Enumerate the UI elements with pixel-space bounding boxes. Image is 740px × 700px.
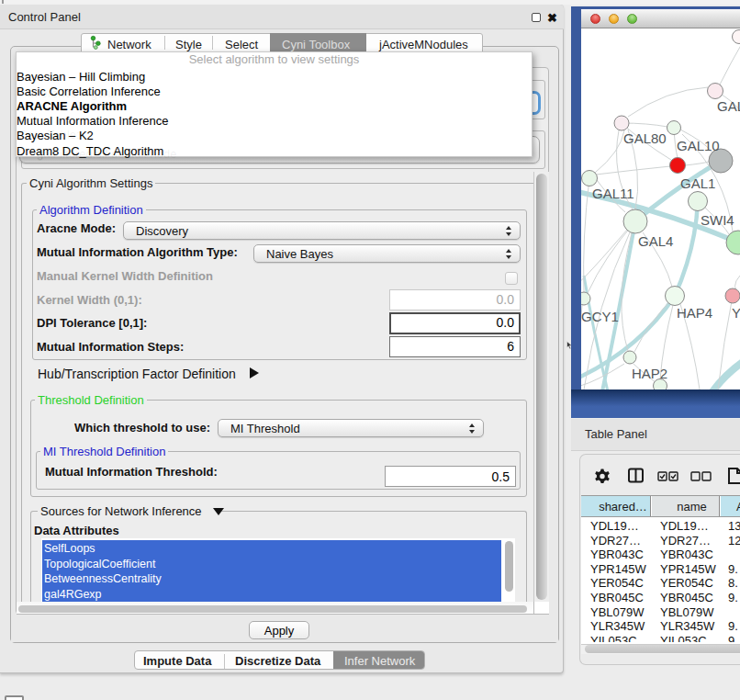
svg-text:HAP2: HAP2 [632, 366, 667, 381]
svg-text:GAL: GAL [717, 98, 740, 114]
svg-text:SWI4: SWI4 [701, 212, 734, 228]
svg-text:GCY1: GCY1 [581, 309, 619, 324]
svg-text:GAL11: GAL11 [592, 186, 634, 201]
svg-text:GAL1: GAL1 [680, 175, 715, 191]
svg-text:HAP4: HAP4 [677, 305, 712, 321]
svg-text:GAL4: GAL4 [638, 233, 673, 249]
svg-text:GAL10: GAL10 [677, 138, 720, 153]
svg-text:Y: Y [732, 305, 740, 321]
svg-text:GAL80: GAL80 [623, 130, 667, 146]
